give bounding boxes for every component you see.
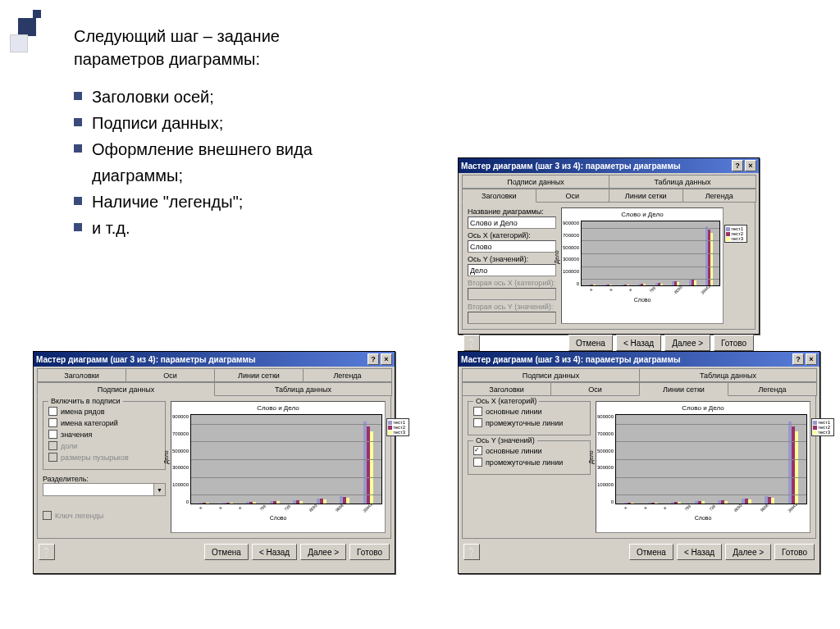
chart-preview: Слово и Дело Дело 9000007000005000003000… xyxy=(171,401,386,533)
checkbox-bubble-sizes xyxy=(48,453,57,462)
finish-button[interactable]: Готово xyxy=(349,544,390,560)
close-icon[interactable]: × xyxy=(745,160,756,171)
finish-button[interactable]: Готово xyxy=(714,335,754,351)
y-axis-input[interactable]: Дело xyxy=(468,264,556,276)
tab-legend[interactable]: Легенда xyxy=(728,382,817,396)
context-help-button[interactable]: ❔ xyxy=(463,544,480,560)
x2-axis-label: Вторая ось X (категорий): xyxy=(468,279,556,287)
dialog-chart-wizard-headers: Мастер диаграмм (шаг 3 из 4): параметры … xyxy=(458,157,760,335)
checkbox-x-major[interactable] xyxy=(473,407,482,416)
chart-preview: Слово и Дело Дело 9000007000005000003000… xyxy=(561,207,724,324)
tab-data-labels[interactable]: Подписи данных xyxy=(462,368,640,382)
tab-legend[interactable]: Легенда xyxy=(303,368,392,382)
titlebar[interactable]: Мастер диаграмм (шаг 3 из 4): параметры … xyxy=(459,158,759,173)
close-icon[interactable]: × xyxy=(806,353,817,365)
x-gridlines-group: Ось X (категорий) основные линии промежу… xyxy=(468,401,591,435)
back-button[interactable]: < Назад xyxy=(252,544,297,560)
context-help-button[interactable]: ❔ xyxy=(39,544,55,560)
separator-label: Разделитель: xyxy=(43,475,89,483)
help-icon[interactable]: ? xyxy=(732,160,743,171)
tab-gridlines[interactable]: Линии сетки xyxy=(639,382,728,396)
back-button[interactable]: < Назад xyxy=(677,544,722,560)
close-icon[interactable]: × xyxy=(381,353,392,365)
preview-title: Слово и Дело xyxy=(564,211,720,218)
question-icon: ❔ xyxy=(467,339,477,348)
y2-axis-label: Вторая ось Y (значений): xyxy=(468,303,556,311)
tab-axes[interactable]: Оси xyxy=(126,368,215,382)
cancel-button[interactable]: Отмена xyxy=(568,335,613,351)
checkbox-x-minor[interactable] xyxy=(473,418,482,427)
x2-axis-input xyxy=(468,288,556,300)
dialog-title: Мастер диаграмм (шаг 3 из 4): параметры … xyxy=(461,162,680,171)
tab-axes[interactable]: Оси xyxy=(536,189,610,203)
dialog-chart-wizard-labels: Мастер диаграмм (шаг 3 из 4): параметры … xyxy=(33,351,395,574)
separator-combo[interactable]: ▼ xyxy=(43,483,166,496)
chevron-down-icon: ▼ xyxy=(153,484,165,495)
next-button[interactable]: Далее > xyxy=(300,544,346,560)
checkbox-series-names[interactable] xyxy=(48,407,57,416)
cancel-button[interactable]: Отмена xyxy=(204,544,249,560)
question-icon: ❔ xyxy=(42,548,52,557)
tab-data-table[interactable]: Таблица данных xyxy=(214,382,392,396)
x-axis-input[interactable]: Слово xyxy=(468,240,556,253)
tab-gridlines[interactable]: Линии сетки xyxy=(609,189,683,203)
dialog-chart-wizard-gridlines: Мастер диаграмм (шаг 3 из 4): параметры … xyxy=(458,351,820,574)
context-help-button[interactable]: ❔ xyxy=(463,335,480,351)
tab-legend[interactable]: Легенда xyxy=(682,189,757,203)
question-icon: ❔ xyxy=(467,548,477,557)
help-icon[interactable]: ? xyxy=(792,353,804,365)
finish-button[interactable]: Готово xyxy=(774,544,815,560)
y2-axis-input xyxy=(468,312,556,324)
back-button[interactable]: < Назад xyxy=(616,335,661,351)
cancel-button[interactable]: Отмена xyxy=(629,544,673,560)
y-axis-label: Ось Y (значений): xyxy=(468,255,556,263)
next-button[interactable]: Далее > xyxy=(664,335,710,351)
tab-headers[interactable]: Заголовки xyxy=(462,382,551,396)
help-icon[interactable]: ? xyxy=(368,353,379,365)
preview-legend: тест1 тест2 тест3 xyxy=(811,418,834,436)
tab-headers[interactable]: Заголовки xyxy=(462,189,536,203)
preview-legend: тест1 тест2 тест3 xyxy=(386,418,409,436)
tab-headers[interactable]: Заголовки xyxy=(37,368,126,382)
tab-axes[interactable]: Оси xyxy=(550,382,640,396)
tab-data-table[interactable]: Таблица данных xyxy=(639,368,817,382)
include-labels-group: Включить в подписи имена рядов имена кат… xyxy=(43,401,166,470)
checkbox-percentages xyxy=(48,441,57,450)
checkbox-category-names[interactable] xyxy=(48,418,57,427)
titlebar[interactable]: Мастер диаграмм (шаг 3 из 4): параметры … xyxy=(34,352,395,367)
chart-title-label: Название диаграммы: xyxy=(468,207,556,216)
checkbox-y-minor[interactable] xyxy=(473,458,482,467)
checkbox-y-major[interactable] xyxy=(473,446,482,455)
chart-preview: Слово и Дело Дело 9000007000005000003000… xyxy=(596,401,810,533)
checkbox-legend-key xyxy=(43,511,52,520)
titlebar[interactable]: Мастер диаграмм (шаг 3 из 4): параметры … xyxy=(459,352,819,367)
x-axis-label: Ось X (категорий): xyxy=(468,231,556,239)
tab-data-labels[interactable]: Подписи данных xyxy=(37,382,215,396)
dialog-title: Мастер диаграмм (шаг 3 из 4): параметры … xyxy=(461,355,680,364)
preview-legend: тест1 тест2 тест3 xyxy=(724,225,747,243)
tab-gridlines[interactable]: Линии сетки xyxy=(214,368,304,382)
tab-data-labels[interactable]: Подписи данных xyxy=(462,175,609,189)
checkbox-values[interactable] xyxy=(48,430,57,439)
chart-title-input[interactable]: Слово и Дело xyxy=(468,217,556,229)
y-gridlines-group: Ось Y (значений) основные линии промежут… xyxy=(468,440,591,475)
dialog-title: Мастер диаграмм (шаг 3 из 4): параметры … xyxy=(36,355,255,364)
next-button[interactable]: Далее > xyxy=(725,544,771,560)
tab-data-table[interactable]: Таблица данных xyxy=(609,175,756,189)
